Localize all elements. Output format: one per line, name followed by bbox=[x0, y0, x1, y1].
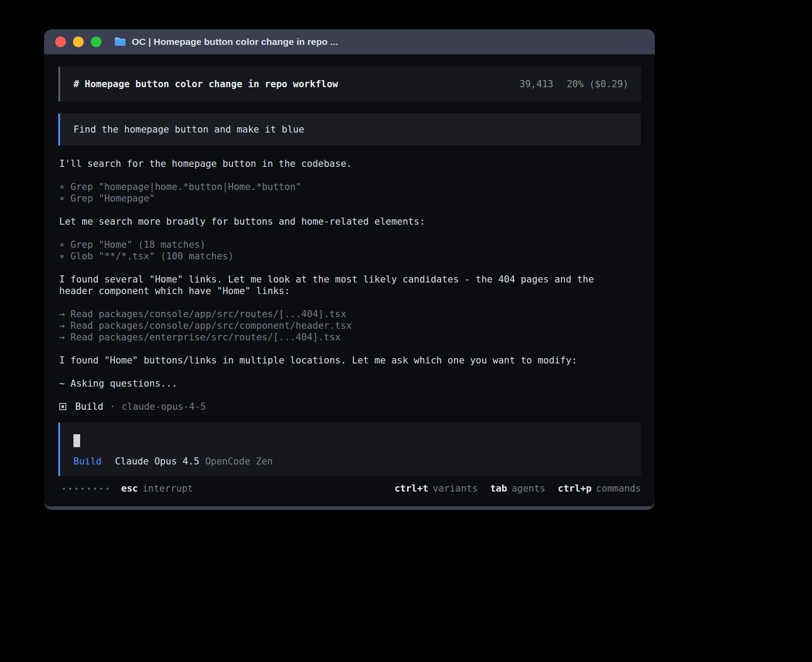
assistant-message: I found several "Home" links. Let me loo… bbox=[59, 274, 641, 297]
terminal-window: OC | Homepage button color change in rep… bbox=[44, 29, 655, 510]
tool-calls: ∗ Grep "homepage|home.*button|Home.*butt… bbox=[59, 181, 641, 204]
maximize-button[interactable] bbox=[91, 36, 102, 47]
tab-key: tab bbox=[490, 483, 507, 494]
input-meta: Build Claude Opus 4.5 OpenCode Zen bbox=[73, 456, 629, 467]
user-message: Find the homepage button and make it blu… bbox=[58, 113, 641, 145]
token-count: 39,413 bbox=[520, 78, 553, 90]
esc-label: interrupt bbox=[142, 483, 193, 494]
shortcut-commands: ctrl+p commands bbox=[558, 483, 641, 494]
session-header: # Homepage button color change in repo w… bbox=[58, 67, 641, 101]
assistant-text: header component which have "Home" links… bbox=[59, 285, 641, 297]
text-cursor bbox=[73, 434, 80, 447]
shortcut-agents: tab agents bbox=[490, 483, 545, 494]
assistant-text: I'll search for the homepage button in t… bbox=[59, 158, 641, 170]
agents-label: agents bbox=[512, 483, 545, 494]
input-agent-label[interactable]: Build bbox=[73, 456, 102, 467]
shortcut-interrupt: esc interrupt bbox=[121, 483, 193, 494]
tool-call-line: → Read packages/enterprise/src/routes/[.… bbox=[59, 331, 641, 343]
tool-call-line: ∗ Grep "homepage|home.*button|Home.*butt… bbox=[59, 181, 641, 193]
context-usage: 20% ($0.29) bbox=[567, 78, 629, 90]
commands-label: commands bbox=[596, 483, 641, 494]
assistant-text: I found "Home" buttons/links in multiple… bbox=[59, 355, 641, 366]
window-title: OC | Homepage button color change in rep… bbox=[132, 36, 338, 47]
assistant-text: Let me search more broadly for buttons a… bbox=[59, 216, 641, 227]
terminal-content: # Homepage button color change in repo w… bbox=[44, 54, 655, 506]
tool-calls: ∗ Grep "Home" (18 matches) ∗ Glob "**/*.… bbox=[59, 239, 641, 262]
prompt-input[interactable]: Build Claude Opus 4.5 OpenCode Zen bbox=[58, 423, 641, 476]
session-stats: 39,413 20% ($0.29) bbox=[520, 78, 629, 90]
assistant-message: I'll search for the homepage button in t… bbox=[59, 158, 641, 170]
input-model-label[interactable]: Claude Opus 4.5 bbox=[115, 456, 199, 467]
tool-call-line: → Read packages/console/app/src/componen… bbox=[59, 320, 641, 331]
ctrl-t-key: ctrl+t bbox=[394, 483, 428, 494]
variants-label: variants bbox=[433, 483, 478, 494]
assistant-status: ~ Asking questions... bbox=[59, 378, 641, 389]
agent-icon bbox=[59, 403, 66, 410]
tool-call-line: → Read packages/console/app/src/routes/[… bbox=[59, 308, 641, 320]
transcript: I'll search for the homepage button in t… bbox=[58, 158, 641, 417]
assistant-message: Let me search more broadly for buttons a… bbox=[59, 216, 641, 227]
shortcut-variants: ctrl+t variants bbox=[394, 483, 478, 494]
agent-model: claude-opus-4-5 bbox=[122, 401, 206, 412]
minimize-button[interactable] bbox=[73, 36, 84, 47]
status-left: esc interrupt bbox=[63, 483, 193, 494]
folder-icon bbox=[114, 36, 126, 47]
agent-row: Build · claude-opus-4-5 bbox=[59, 401, 641, 412]
asking-questions-text: ~ Asking questions... bbox=[59, 378, 641, 389]
titlebar-title-group: OC | Homepage button color change in rep… bbox=[114, 36, 338, 47]
ctrl-p-key: ctrl+p bbox=[558, 483, 592, 494]
agent-name: Build bbox=[75, 401, 103, 412]
tool-calls: → Read packages/console/app/src/routes/[… bbox=[59, 308, 641, 343]
close-button[interactable] bbox=[55, 36, 66, 47]
status-right: ctrl+t variants tab agents ctrl+p comman… bbox=[394, 483, 641, 494]
status-bar: esc interrupt ctrl+t variants tab agents… bbox=[58, 482, 641, 495]
spinner-dots bbox=[63, 488, 109, 490]
user-message-text: Find the homepage button and make it blu… bbox=[73, 124, 304, 135]
input-provider-label: OpenCode Zen bbox=[205, 456, 273, 467]
session-title: # Homepage button color change in repo w… bbox=[73, 78, 338, 90]
agent-separator: · bbox=[110, 401, 115, 412]
esc-key: esc bbox=[121, 483, 138, 494]
tool-call-line: ∗ Grep "Home" (18 matches) bbox=[59, 239, 641, 250]
traffic-lights bbox=[55, 36, 102, 47]
tool-call-line: ∗ Grep "Homepage" bbox=[59, 193, 641, 204]
assistant-text: I found several "Home" links. Let me loo… bbox=[59, 274, 641, 285]
spacer bbox=[58, 417, 641, 423]
titlebar[interactable]: OC | Homepage button color change in rep… bbox=[44, 29, 655, 54]
tool-call-line: ∗ Glob "**/*.tsx" (100 matches) bbox=[59, 250, 641, 262]
assistant-message: I found "Home" buttons/links in multiple… bbox=[59, 355, 641, 366]
